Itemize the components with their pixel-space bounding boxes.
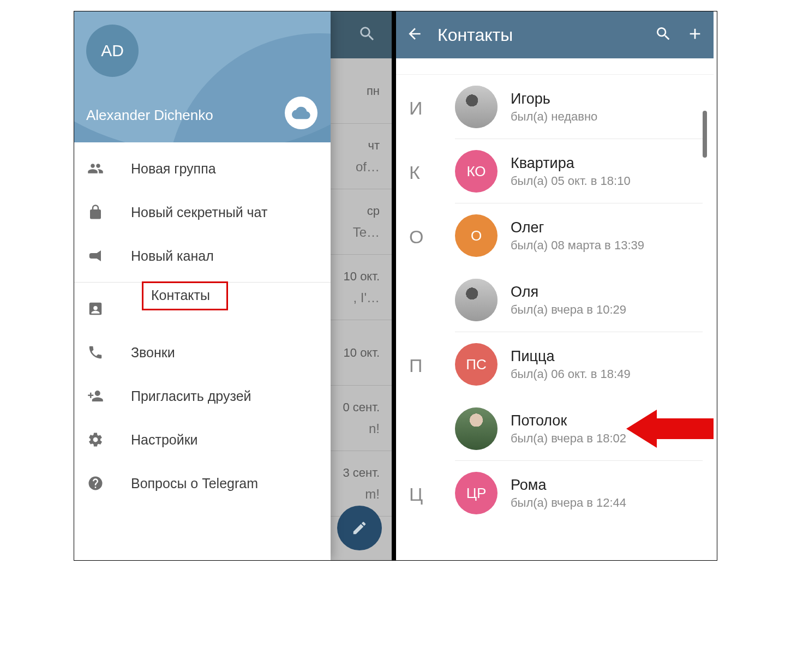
contact-name: Потолок bbox=[511, 412, 626, 429]
add-contact-button[interactable] bbox=[686, 25, 704, 45]
avatar: О bbox=[455, 214, 498, 257]
contact-row[interactable]: Оля был(а) вчера в 10:29 bbox=[396, 268, 714, 332]
saved-messages-button[interactable] bbox=[285, 97, 317, 129]
menu-label: Новая группа bbox=[131, 161, 216, 177]
menu-label: Настройки bbox=[131, 432, 198, 448]
navigation-drawer: AD Alexander Dichenko Новая группа Новый… bbox=[74, 11, 331, 560]
menu-invite[interactable]: Пригласить друзей bbox=[74, 374, 331, 418]
lock-icon bbox=[87, 204, 118, 220]
group-icon bbox=[87, 160, 118, 177]
search-button[interactable] bbox=[655, 25, 672, 45]
person-icon bbox=[87, 301, 118, 317]
avatar-initials: AD bbox=[101, 41, 124, 60]
help-icon bbox=[87, 475, 118, 491]
compose-fab[interactable] bbox=[337, 506, 382, 550]
contact-row[interactable]: Игорь был(а) недавно bbox=[396, 75, 714, 139]
menu-label: Звонки bbox=[131, 345, 175, 361]
plus-icon bbox=[686, 25, 704, 43]
contact-status: был(а) 08 марта в 13:39 bbox=[511, 238, 644, 253]
avatar bbox=[455, 86, 498, 128]
contacts-appbar: Контакты bbox=[396, 11, 714, 58]
cloud-icon bbox=[292, 104, 310, 122]
appbar-title: Контакты bbox=[438, 25, 640, 45]
avatar bbox=[455, 407, 498, 450]
avatar: КО bbox=[455, 150, 498, 193]
menu-label: Новый секретный чат bbox=[131, 205, 267, 220]
menu-label: Новый канал bbox=[131, 248, 214, 264]
menu-secret-chat[interactable]: Новый секретный чат bbox=[74, 190, 331, 234]
contact-name: Квартира bbox=[511, 155, 631, 172]
menu-faq[interactable]: Вопросы о Telegram bbox=[74, 461, 331, 505]
contact-name: Рома bbox=[511, 477, 626, 494]
contact-row[interactable]: О Олег был(а) 08 марта в 13:39 bbox=[396, 203, 714, 268]
annotation-arrow bbox=[626, 410, 714, 448]
contacts-list[interactable]: И Игорь был(а) недавно К КО Квартира был… bbox=[396, 58, 714, 560]
menu-new-group[interactable]: Новая группа bbox=[74, 147, 331, 190]
menu-label: Пригласить друзей bbox=[131, 388, 251, 404]
contact-row[interactable]: КО Квартира был(а) 05 окт. в 18:10 bbox=[396, 139, 714, 203]
megaphone-icon bbox=[87, 248, 118, 264]
contact-name: Пицца bbox=[511, 348, 631, 365]
gear-icon bbox=[87, 431, 118, 448]
contact-row-highlighted[interactable]: Потолок был(а) вчера в 18:02 bbox=[396, 397, 714, 461]
contact-status: был(а) вчера в 18:02 bbox=[511, 431, 626, 446]
avatar: ЦР bbox=[455, 472, 498, 514]
arrow-left-icon bbox=[406, 25, 423, 43]
back-button[interactable] bbox=[406, 25, 423, 45]
menu-settings[interactable]: Настройки bbox=[74, 418, 331, 461]
contact-status: был(а) 06 окт. в 18:49 bbox=[511, 367, 631, 381]
menu-label-highlighted: Контакты bbox=[142, 281, 228, 310]
contact-status: был(а) вчера в 12:44 bbox=[511, 496, 626, 510]
phone-icon bbox=[87, 344, 118, 361]
drawer-screenshot: пн чтof… срTe… 10 окт., I'… 10 окт. 0 се… bbox=[74, 11, 396, 560]
contact-row[interactable]: ЦР Рома был(а) вчера в 12:44 bbox=[396, 461, 714, 525]
contact-status: был(а) 05 окт. в 18:10 bbox=[511, 174, 631, 188]
contact-name: Олег bbox=[511, 219, 644, 236]
search-icon[interactable] bbox=[358, 25, 376, 45]
contact-name: Игорь bbox=[511, 91, 597, 107]
contacts-screenshot: Контакты И Игорь был(а) недавно bbox=[396, 11, 714, 560]
user-name: Alexander Dichenko bbox=[86, 107, 213, 124]
contact-row[interactable]: ПС Пицца был(а) 06 окт. в 18:49 bbox=[396, 332, 714, 397]
person-add-icon bbox=[87, 388, 118, 404]
contact-name: Оля bbox=[511, 284, 626, 301]
drawer-menu: Новая группа Новый секретный чат Новый к… bbox=[74, 142, 331, 505]
menu-calls[interactable]: Звонки bbox=[74, 331, 331, 374]
list-item bbox=[396, 58, 714, 75]
avatar: ПС bbox=[455, 343, 498, 386]
menu-new-channel[interactable]: Новый канал bbox=[74, 234, 331, 278]
drawer-header: AD Alexander Dichenko bbox=[74, 11, 331, 142]
avatar bbox=[455, 279, 498, 321]
menu-label: Вопросы о Telegram bbox=[131, 476, 258, 491]
contact-status: был(а) вчера в 10:29 bbox=[511, 303, 626, 317]
contact-status: был(а) недавно bbox=[511, 110, 597, 124]
menu-contacts[interactable]: Контакты bbox=[74, 287, 331, 331]
search-icon bbox=[655, 25, 672, 43]
avatar[interactable]: AD bbox=[86, 25, 139, 77]
